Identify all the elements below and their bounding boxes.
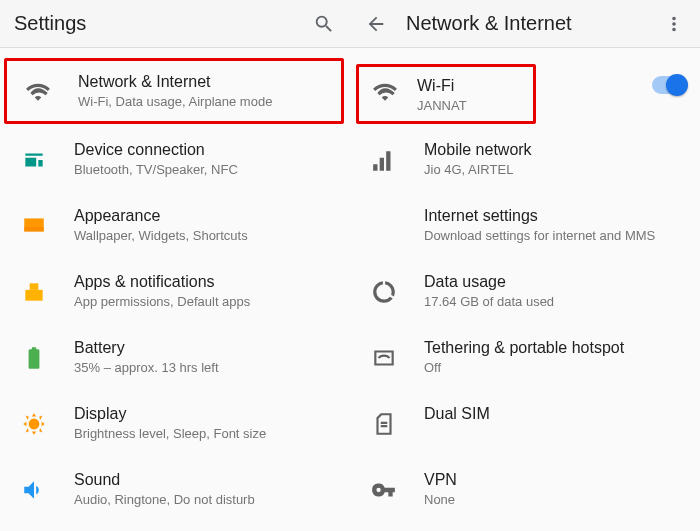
wifi-toggle[interactable] (652, 76, 686, 94)
blank-icon (364, 206, 404, 246)
network-appbar: Network & Internet (350, 0, 700, 48)
settings-item-display[interactable]: Display Brightness level, Sleep, Font si… (0, 390, 350, 456)
hotspot-icon (364, 338, 404, 378)
more-vert-icon[interactable] (662, 12, 686, 36)
wallpaper-icon (14, 206, 54, 246)
back-icon[interactable] (364, 12, 388, 36)
network-item-dual-sim[interactable]: Dual SIM (350, 390, 700, 456)
signal-icon (364, 140, 404, 180)
search-icon[interactable] (312, 12, 336, 36)
network-item-wifi[interactable]: Wi-Fi JANNAT (356, 64, 536, 124)
data-usage-icon (364, 272, 404, 312)
settings-item-network[interactable]: Network & Internet Wi-Fi, Data usage, Ai… (4, 58, 344, 124)
network-item-data-usage[interactable]: Data usage 17.64 GB of data used (350, 258, 700, 324)
settings-title: Settings (14, 12, 86, 35)
settings-item-battery[interactable]: Battery 35% – approx. 13 hrs left (0, 324, 350, 390)
brightness-icon (14, 404, 54, 444)
sound-icon (14, 470, 54, 510)
battery-icon (14, 338, 54, 378)
network-item-internet-settings[interactable]: Internet settings Download settings for … (350, 192, 700, 258)
network-item-mobile[interactable]: Mobile network Jio 4G, AIRTEL (350, 126, 700, 192)
devices-icon (14, 140, 54, 180)
vpn-key-icon (364, 470, 404, 510)
settings-item-sub: Wi-Fi, Data usage, Airplane mode (78, 94, 330, 110)
wifi-icon (369, 76, 401, 108)
settings-item-sound[interactable]: Sound Audio, Ringtone, Do not disturb (0, 456, 350, 522)
settings-item-device-connection[interactable]: Device connection Bluetooth, TV/Speaker,… (0, 126, 350, 192)
settings-item-appearance[interactable]: Appearance Wallpaper, Widgets, Shortcuts (0, 192, 350, 258)
settings-item-apps[interactable]: Apps & notifications App permissions, De… (0, 258, 350, 324)
apps-icon (14, 272, 54, 312)
settings-appbar: Settings (0, 0, 350, 48)
network-item-tethering[interactable]: Tethering & portable hotspot Off (350, 324, 700, 390)
wifi-icon (18, 72, 58, 112)
settings-item-label: Network & Internet (78, 72, 330, 92)
network-item-vpn[interactable]: VPN None (350, 456, 700, 522)
sim-icon (364, 404, 404, 444)
network-title: Network & Internet (406, 12, 572, 35)
